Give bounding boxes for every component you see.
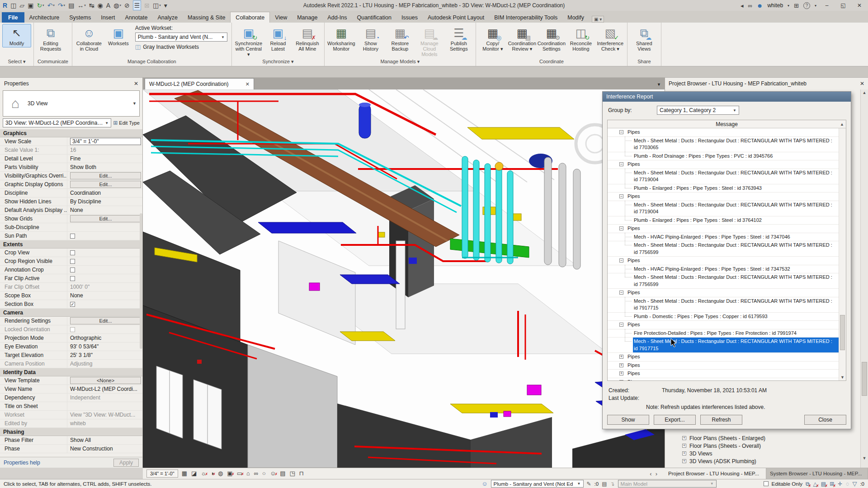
type-selector[interactable]: ⌂ 3D View ▼ xyxy=(3,90,140,117)
reveal-hidden-icon[interactable]: ○ xyxy=(262,469,266,478)
expand-icon[interactable]: + xyxy=(619,380,623,381)
sync-with-central-icon-dropdown[interactable]: ▾ xyxy=(42,1,44,10)
gray-inactive-worksets-button[interactable]: ◫Gray Inactive Worksets xyxy=(135,43,227,50)
interference-item[interactable]: Plumb - Enlarged : Pipes : Pipe Types : … xyxy=(608,216,839,225)
browser-item-floor-plans-sheets-enlarged[interactable]: +Floor Plans (Sheets - Enlarged) xyxy=(665,434,859,442)
shared-views-button[interactable]: ⧉☁Shared Views xyxy=(630,24,659,53)
save-icon[interactable]: ▣ xyxy=(28,1,33,10)
modify-button[interactable]: ↖Modify xyxy=(2,24,31,47)
property-row-workset[interactable]: WorksetView "3D View: W-MDuct... xyxy=(0,411,142,419)
collapse-icon[interactable]: − xyxy=(619,194,623,198)
collapse-icon[interactable]: − xyxy=(619,226,623,230)
recent-documents-icon[interactable]: ◫ xyxy=(10,1,16,10)
shadows-off-icon[interactable]: ◑ xyxy=(210,469,214,478)
properties-section-identity-data[interactable]: Identity Data xyxy=(0,368,142,376)
coordination-settings-button[interactable]: ▦⚙Coordination Settings xyxy=(537,24,566,53)
publish-settings-button[interactable]: ☰☁Publish Settings xyxy=(444,24,473,53)
model-canvas[interactable] xyxy=(143,89,665,468)
interference-item[interactable]: Mech - Sheet Metal : Ducts : Rectangular… xyxy=(608,137,839,152)
property-row-edited-by[interactable]: Edited bywhiteb xyxy=(0,419,142,428)
property-row-rendering-settings[interactable]: Rendering SettingsEdit... xyxy=(0,317,142,325)
show-history-button[interactable]: ▤◔Show History xyxy=(356,24,385,53)
property-row-parts-visibility[interactable]: Parts VisibilityShow Both xyxy=(0,163,142,172)
property-row-phase[interactable]: PhaseNew Construction xyxy=(0,445,142,453)
properties-section-phasing[interactable]: Phasing xyxy=(0,428,142,436)
instance-selector[interactable]: 3D View: W-MDuct-L2 (MEP Coordination) ▼ xyxy=(3,118,111,127)
worksharing-display-off-icon[interactable]: ☺ xyxy=(270,469,276,478)
interference-item[interactable]: Mech - Sheet Metal : Ducts : Rectangular… xyxy=(608,201,839,216)
properties-section-camera[interactable]: Camera xyxy=(0,309,142,317)
expand-icon[interactable]: + xyxy=(682,451,686,455)
editing-requests-button[interactable]: ⧉Editing Requests xyxy=(36,24,65,53)
ribbon-tab-view[interactable]: View xyxy=(270,12,292,23)
property-row-show-hidden-lines[interactable]: Show Hidden LinesBy Discipline xyxy=(0,197,142,206)
property-row-dependency[interactable]: DependencyIndependent xyxy=(0,394,142,402)
interference-item[interactable]: Mech - Sheet Metal : Ducts : Rectangular… xyxy=(608,297,839,313)
tab-project-browser[interactable]: Project Browser - LTU Housing - MEP... xyxy=(665,468,766,479)
expand-icon[interactable]: + xyxy=(682,459,686,463)
property-row-show-grids[interactable]: Show GridsEdit... xyxy=(0,215,142,223)
property-row-scope-box[interactable]: Scope BoxNone xyxy=(0,291,142,300)
tree-group-row[interactable]: −Pipes xyxy=(608,257,839,265)
scroll-up-icon[interactable]: ▲ xyxy=(861,90,868,95)
property-row-far-clip-active[interactable]: Far Clip Active xyxy=(0,274,142,283)
restore-button[interactable]: ◱ xyxy=(837,2,849,9)
undo-icon-dropdown[interactable]: ▾ xyxy=(53,1,55,10)
expand-icon[interactable]: + xyxy=(682,444,686,448)
property-row-title-on-sheet[interactable]: Title on Sheet xyxy=(0,402,142,411)
properties-scrollbar[interactable] xyxy=(140,213,142,349)
switch-windows-icon[interactable]: ◫▾ xyxy=(153,1,161,10)
interference-check-button[interactable]: ▧✓Interference Check ▾ xyxy=(596,24,625,53)
property-row-sub-discipline[interactable]: Sub-Discipline xyxy=(0,223,142,232)
ribbon-tab-annotate[interactable]: Annotate xyxy=(120,12,152,23)
property-row-detail-level[interactable]: Detail LevelFine xyxy=(0,155,142,163)
view-tab-close-icon[interactable]: ✕ xyxy=(245,81,250,87)
property-row-section-box[interactable]: Section Box✓ xyxy=(0,300,142,309)
edit-type-button[interactable]: ⊞ Edit Type xyxy=(113,120,140,126)
interference-item[interactable]: Plumb - Domestic : Pipes : Pipe Types : … xyxy=(608,313,839,321)
app-store-icon[interactable]: ⊞ xyxy=(794,2,799,9)
customize-qat-icon[interactable]: ▾ xyxy=(164,1,167,10)
ribbon-tab-issues[interactable]: Issues xyxy=(396,12,423,23)
expand-icon[interactable]: + xyxy=(682,436,686,440)
tree-group-row[interactable]: +Pipes xyxy=(608,370,839,378)
ribbon-tab-manage[interactable]: Manage xyxy=(292,12,322,23)
lock-3d-view-icon[interactable]: ⌂ xyxy=(246,469,250,478)
help-icon[interactable]: ? xyxy=(803,2,810,9)
default-3d-view-icon[interactable]: ◍▾ xyxy=(113,1,121,10)
property-row-view-scale[interactable]: View Scale3/4" = 1'-0" xyxy=(0,137,142,146)
collapse-icon[interactable]: − xyxy=(619,162,623,166)
visual-style-icon[interactable]: ◪ xyxy=(191,469,197,478)
worksets-dialog-icon[interactable]: ▤ xyxy=(602,481,607,487)
interference-item-selected[interactable]: Mech - Sheet Metal : Ducts : Rectangular… xyxy=(608,338,839,353)
worksets-button[interactable]: ▣Worksets xyxy=(104,24,133,47)
properties-help-link[interactable]: Properties help xyxy=(4,460,40,466)
interference-item[interactable]: Mech - Sheet Metal : Ducts : Rectangular… xyxy=(608,241,839,257)
rendering-dialog-icon[interactable]: ◍ xyxy=(218,469,223,478)
synchronize-with-central-button[interactable]: ▣↻Synchronize with Central ▾ xyxy=(234,24,263,58)
graphic-display-options-edit-button[interactable]: Edit... xyxy=(70,181,141,188)
ribbon-tab-analyze[interactable]: Analyze xyxy=(153,12,183,23)
ribbon-tab-systems[interactable]: Systems xyxy=(64,12,96,23)
crop-view-off-icon[interactable]: ▣ xyxy=(227,469,232,478)
property-row-crop-view[interactable]: Crop View xyxy=(0,249,142,257)
crop-view-checkbox[interactable] xyxy=(70,250,75,255)
active-workset-dropdown[interactable]: Plumb - Sanitary and Vent (N...▼ xyxy=(135,33,227,42)
sync-with-central-icon[interactable]: ↻▾ xyxy=(37,1,44,10)
reveal-constraints-icon[interactable]: ⊓ xyxy=(299,469,304,478)
measure-icon[interactable]: ↔▾ xyxy=(77,1,86,10)
show-crop-icon[interactable]: ▦ xyxy=(182,469,187,478)
editable-only-checkbox[interactable] xyxy=(764,481,769,486)
property-row-crop-region-visible[interactable]: Crop Region Visible xyxy=(0,257,142,266)
ribbon-tab-modify[interactable]: Modify xyxy=(562,12,589,23)
close-hidden-windows-icon[interactable]: ⊠ xyxy=(144,1,150,10)
interference-item[interactable]: Mech - Sheet Metal : Ducts : Rectangular… xyxy=(608,169,839,184)
property-row-scale-value-1[interactable]: Scale Value 1:16 xyxy=(0,146,142,155)
show-grids-edit-button[interactable]: Edit... xyxy=(70,215,141,222)
interference-report-titlebar[interactable]: Interference Report xyxy=(603,92,851,102)
exclude-pinned-icon[interactable]: ▤ xyxy=(821,481,826,487)
text-icon[interactable]: A xyxy=(106,1,110,10)
browser-item-3d-views-adsk-plumbing[interactable]: +3D Views (ADSK Plumbing) xyxy=(665,457,859,465)
tree-group-row[interactable]: +Pipes xyxy=(608,353,839,361)
property-row-visibility-graphics-overri[interactable]: Visibility/Graphics Overri...Edit... xyxy=(0,172,142,180)
